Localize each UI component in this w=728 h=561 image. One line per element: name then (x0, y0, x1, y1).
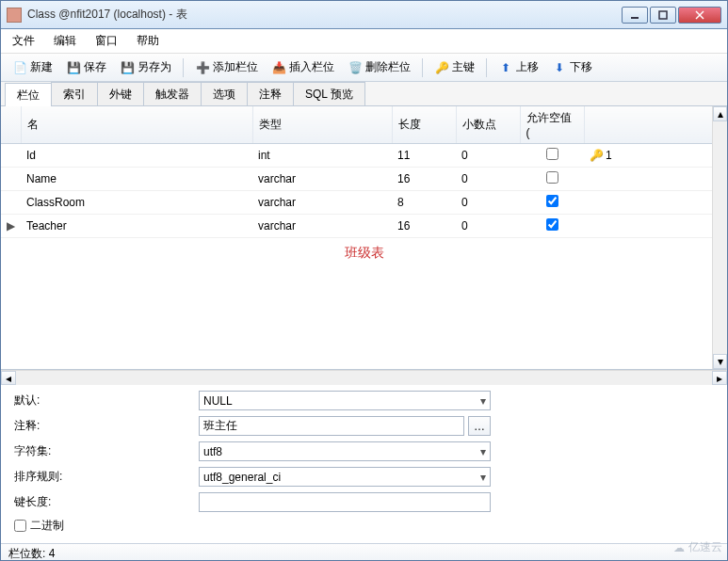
cell-null[interactable] (520, 168, 584, 191)
cell-len[interactable]: 16 (392, 168, 456, 191)
arrow-up-icon: ⬆ (498, 60, 513, 75)
key-icon: 🔑 (590, 149, 604, 162)
tab-options[interactable]: 选项 (201, 82, 248, 105)
binary-label: 二进制 (30, 518, 64, 534)
null-checkbox[interactable] (546, 148, 558, 160)
titlebar: Class @nfit2017 (localhost) - 表 (1, 1, 727, 29)
moveup-button[interactable]: ⬆上移 (494, 57, 542, 77)
app-icon (7, 8, 22, 23)
col-dec[interactable]: 小数点 (456, 106, 520, 144)
scroll-track[interactable] (713, 121, 727, 354)
cell-dec[interactable]: 0 (456, 191, 520, 215)
new-button[interactable]: 📄新建 (8, 57, 57, 77)
menu-file[interactable]: 文件 (12, 33, 35, 49)
row-marker (1, 144, 21, 168)
tab-sql[interactable]: SQL 预览 (293, 82, 365, 105)
default-select[interactable]: NULL▾ (199, 391, 491, 410)
movedown-button[interactable]: ⬇下移 (548, 57, 596, 77)
arrow-down-icon: ⬇ (552, 60, 567, 75)
cell-null[interactable] (520, 191, 584, 215)
charset-select[interactable]: utf8▾ (199, 441, 491, 461)
pkey-button[interactable]: 🔑主键 (430, 57, 478, 77)
toolbar-separator (486, 58, 487, 77)
menubar: 文件 编辑 窗口 帮助 (1, 29, 727, 54)
saveas-button[interactable]: 💾另存为 (116, 57, 175, 77)
cell-name[interactable]: Teacher (21, 215, 252, 238)
cell-key[interactable] (584, 168, 727, 191)
saveas-label: 另存为 (138, 59, 171, 75)
scroll-track[interactable] (16, 371, 712, 385)
table-row[interactable]: ▶Teachervarchar160 (1, 215, 727, 238)
cell-key[interactable] (584, 191, 727, 215)
cell-null[interactable] (520, 215, 584, 238)
cell-type[interactable]: varchar (252, 215, 392, 238)
inscol-icon: 📥 (271, 60, 286, 75)
charset-label: 字符集: (14, 443, 199, 459)
close-button[interactable] (678, 7, 721, 24)
chevron-down-icon: ▾ (480, 471, 486, 484)
cell-type[interactable]: int (252, 144, 392, 168)
menu-window[interactable]: 窗口 (95, 33, 118, 49)
cell-type[interactable]: varchar (252, 191, 392, 215)
fields-table[interactable]: 名 类型 长度 小数点 允许空值 ( Idint110🔑1Namevarchar… (1, 106, 727, 238)
binary-checkbox[interactable] (14, 520, 26, 532)
inscol-button[interactable]: 📥插入栏位 (267, 57, 338, 77)
tabs: 栏位 索引 外键 触发器 选项 注释 SQL 预览 (1, 82, 727, 106)
addcol-button[interactable]: ➕添加栏位 (191, 57, 262, 77)
tab-trigger[interactable]: 触发器 (143, 82, 202, 105)
cell-name[interactable]: Name (21, 168, 252, 191)
save-label: 保存 (84, 59, 106, 75)
maximize-button[interactable] (650, 7, 676, 24)
null-checkbox[interactable] (546, 171, 558, 184)
menu-help[interactable]: 帮助 (137, 33, 159, 49)
tab-comment[interactable]: 注释 (247, 82, 294, 105)
delcol-label: 删除栏位 (365, 59, 411, 75)
col-null[interactable]: 允许空值 ( (520, 106, 584, 144)
delcol-button[interactable]: 🗑️删除栏位 (344, 57, 414, 77)
cell-null[interactable] (520, 144, 584, 168)
cell-type[interactable]: varchar (252, 168, 392, 191)
collate-select[interactable]: utf8_general_ci▾ (199, 467, 491, 487)
cell-name[interactable]: Id (21, 144, 252, 168)
cell-name[interactable]: ClassRoom (21, 191, 252, 215)
scroll-up-button[interactable]: ▴ (713, 106, 727, 121)
save-icon: 💾 (66, 60, 81, 75)
scroll-left-button[interactable]: ◂ (1, 371, 16, 385)
scroll-right-button[interactable]: ▸ (712, 371, 727, 385)
chevron-down-icon: ▾ (480, 394, 486, 408)
tab-fk[interactable]: 外键 (97, 82, 144, 105)
comment-browse-button[interactable]: … (468, 416, 491, 436)
null-checkbox[interactable] (546, 218, 558, 231)
save-button[interactable]: 💾保存 (62, 57, 110, 77)
col-type[interactable]: 类型 (252, 106, 392, 144)
vertical-scrollbar[interactable]: ▴ ▾ (712, 106, 727, 369)
cell-len[interactable]: 8 (392, 191, 456, 215)
keylen-input[interactable] (199, 492, 491, 512)
cell-dec[interactable]: 0 (456, 215, 520, 238)
null-checkbox[interactable] (546, 195, 558, 207)
table-row[interactable]: Namevarchar160 (1, 168, 727, 191)
cell-dec[interactable]: 0 (456, 144, 520, 168)
menu-edit[interactable]: 编辑 (54, 33, 76, 49)
col-key[interactable] (584, 106, 727, 144)
col-name[interactable]: 名 (21, 106, 252, 144)
minimize-button[interactable] (622, 7, 648, 24)
properties-panel: 默认: NULL▾ 注释: 班主任 … 字符集: utf8▾ 排序规则: utf… (1, 385, 727, 543)
cell-key[interactable] (584, 215, 727, 238)
comment-value: 班主任 (203, 418, 237, 434)
cell-len[interactable]: 16 (392, 215, 456, 238)
cell-key[interactable]: 🔑1 (584, 144, 727, 168)
cell-dec[interactable]: 0 (456, 168, 520, 191)
comment-input[interactable]: 班主任 (199, 416, 464, 436)
scroll-down-button[interactable]: ▾ (713, 354, 727, 369)
tab-index[interactable]: 索引 (51, 82, 98, 105)
collate-value: utf8_general_ci (203, 471, 281, 484)
collate-label: 排序规则: (14, 469, 199, 485)
horizontal-scrollbar[interactable]: ◂ ▸ (1, 370, 727, 385)
col-len[interactable]: 长度 (392, 106, 456, 144)
col-marker (1, 106, 21, 144)
table-row[interactable]: Idint110🔑1 (1, 144, 727, 168)
cell-len[interactable]: 11 (392, 144, 456, 168)
table-row[interactable]: ClassRoomvarchar80 (1, 191, 727, 215)
tab-fields[interactable]: 栏位 (5, 83, 52, 106)
